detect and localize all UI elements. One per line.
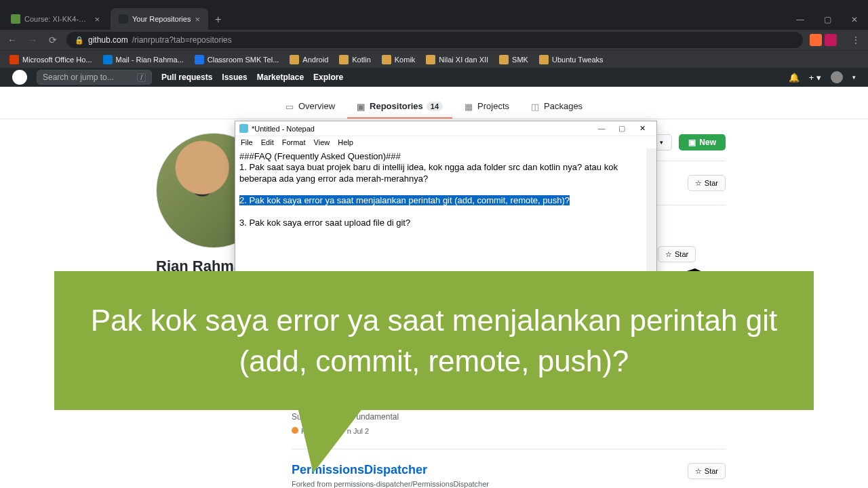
github-logo-icon[interactable] bbox=[12, 70, 27, 85]
bookmark-folder[interactable]: Android bbox=[285, 53, 332, 66]
new-tab-button[interactable]: + bbox=[208, 14, 228, 26]
bookmark-folder[interactable]: Komik bbox=[378, 53, 420, 66]
tab-overview[interactable]: ▭Overview bbox=[276, 95, 344, 119]
menu-file[interactable]: File bbox=[241, 138, 253, 146]
url-path: /rianrputra?tab=repositories bbox=[132, 35, 232, 45]
window-title: *Untitled - Notepad bbox=[252, 125, 315, 133]
search-input[interactable]: Search or jump to... / bbox=[37, 70, 152, 85]
github-header: Search or jump to... / Pull requests Iss… bbox=[0, 68, 868, 87]
nav-marketplace[interactable]: Marketplace bbox=[257, 73, 304, 82]
bookmark-item[interactable]: Mail - Rian Rahma... bbox=[99, 53, 188, 66]
back-button[interactable]: ← bbox=[5, 35, 19, 45]
bookmark-item[interactable]: Classroom SMK Tel... bbox=[191, 53, 283, 66]
browser-tab-strip: Course: XI-KK4-RPL (Pemrogram... × Your … bbox=[0, 0, 868, 30]
repo-icon: ▣ bbox=[688, 138, 696, 147]
bookmark-folder[interactable]: Nilai XI dan XII bbox=[422, 53, 492, 66]
repo-forked: Forked from permissions-dispatcher/Permi… bbox=[292, 480, 567, 488]
repo-item: PermissionsDispatcher Forked from permis… bbox=[292, 449, 726, 488]
window-controls: — ▢ ✕ bbox=[787, 9, 868, 30]
tab-title: Course: XI-KK4-RPL (Pemrogram... bbox=[24, 15, 90, 23]
menu-view[interactable]: View bbox=[314, 138, 330, 146]
url-host: github.com bbox=[88, 35, 128, 45]
lock-icon: 🔒 bbox=[75, 36, 84, 45]
profile-nav: ▭Overview ▣Repositories14 ▦Projects ◫Pac… bbox=[0, 87, 868, 119]
avatar[interactable] bbox=[831, 71, 843, 83]
notepad-icon bbox=[239, 124, 248, 133]
tab-title: Your Repositories bbox=[132, 15, 191, 23]
project-icon: ▦ bbox=[465, 102, 474, 111]
extension-icons bbox=[810, 34, 837, 46]
favicon-icon bbox=[11, 14, 20, 24]
slash-hint: / bbox=[137, 73, 146, 82]
maximize-icon[interactable]: ▢ bbox=[612, 124, 632, 133]
menu-icon[interactable]: ⋮ bbox=[849, 35, 863, 45]
menu-edit[interactable]: Edit bbox=[261, 138, 274, 146]
nav-explore[interactable]: Explore bbox=[313, 73, 343, 82]
favicon-icon bbox=[119, 14, 128, 24]
browser-tab-0[interactable]: Course: XI-KK4-RPL (Pemrogram... × bbox=[3, 8, 108, 30]
new-repo-button[interactable]: ▣New bbox=[679, 134, 726, 150]
address-bar: ← → ⟳ 🔒 github.com/rianrputra?tab=reposi… bbox=[0, 30, 868, 50]
reload-button[interactable]: ⟳ bbox=[46, 35, 60, 45]
bookmarks-bar: Microsoft Office Ho... Mail - Rian Rahma… bbox=[0, 50, 868, 68]
notepad-menu: File Edit Format View Help bbox=[235, 136, 656, 148]
plus-icon[interactable]: + ▾ bbox=[809, 73, 821, 83]
repo-count: 14 bbox=[427, 102, 443, 111]
bell-icon[interactable]: 🔔 bbox=[789, 73, 800, 83]
url-input[interactable]: 🔒 github.com/rianrputra?tab=repositories bbox=[66, 32, 803, 48]
close-icon[interactable]: ✕ bbox=[841, 9, 868, 30]
nav-issues[interactable]: Issues bbox=[222, 73, 247, 82]
repo-icon: ▣ bbox=[357, 102, 366, 111]
package-icon: ◫ bbox=[531, 102, 540, 111]
bookmark-folder[interactable]: SMK bbox=[495, 53, 532, 66]
extension-icon[interactable] bbox=[825, 34, 837, 46]
close-icon[interactable]: × bbox=[195, 14, 200, 24]
maximize-icon[interactable]: ▢ bbox=[814, 9, 841, 30]
bookmark-folder[interactable]: Ubuntu Tweaks bbox=[535, 53, 608, 66]
bookmark-folder[interactable]: Kotlin bbox=[335, 53, 375, 66]
extension-icon[interactable] bbox=[810, 34, 822, 46]
caption-text: Pak kok saya error ya saat menjalankan p… bbox=[75, 300, 793, 381]
menu-format[interactable]: Format bbox=[282, 138, 306, 146]
browser-tab-1[interactable]: Your Repositories × bbox=[111, 8, 208, 30]
tab-packages[interactable]: ◫Packages bbox=[521, 95, 592, 119]
close-icon[interactable]: ✕ bbox=[632, 124, 652, 133]
tab-repositories[interactable]: ▣Repositories14 bbox=[347, 95, 452, 119]
star-button[interactable]: ☆ Star bbox=[688, 175, 726, 191]
nav-pull-requests[interactable]: Pull requests bbox=[161, 73, 212, 82]
notepad-titlebar[interactable]: *Untitled - Notepad — ▢ ✕ bbox=[235, 121, 656, 136]
menu-help[interactable]: Help bbox=[338, 138, 353, 146]
caption-overlay: Pak kok saya error ya saat menjalankan p… bbox=[54, 271, 814, 410]
book-icon: ▭ bbox=[285, 102, 295, 111]
star-button[interactable]: ☆ Star bbox=[688, 463, 726, 479]
minimize-icon[interactable]: — bbox=[591, 124, 612, 133]
star-button[interactable]: ☆ Star bbox=[658, 246, 696, 262]
close-icon[interactable]: × bbox=[94, 14, 100, 24]
bookmark-item[interactable]: Microsoft Office Ho... bbox=[5, 53, 96, 66]
forward-button[interactable]: → bbox=[26, 35, 39, 45]
github-nav: Pull requests Issues Marketplace Explore bbox=[161, 73, 343, 82]
selected-text: 2. Pak kok saya error ya saat menjalanka… bbox=[239, 195, 570, 205]
minimize-icon[interactable]: — bbox=[787, 9, 814, 30]
tab-projects[interactable]: ▦Projects bbox=[455, 95, 519, 119]
